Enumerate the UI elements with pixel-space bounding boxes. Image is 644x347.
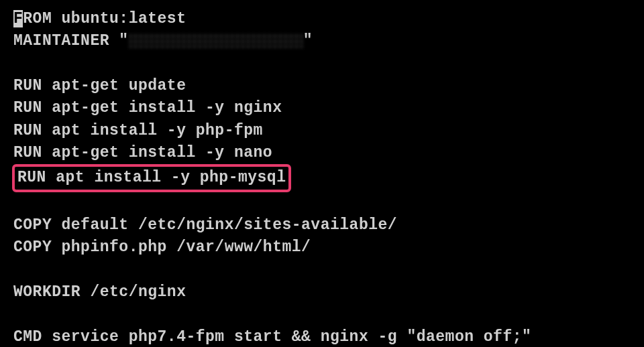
- blank-line: [13, 192, 631, 214]
- dockerfile-line-copy-phpinfo: COPY phpinfo.php /var/www/html/: [13, 236, 631, 259]
- dockerfile-line-run-phpmysql: RUN apt install -y php-mysql: [17, 169, 286, 186]
- redacted-email: [129, 33, 303, 48]
- dockerfile-line-from: FROM ubuntu:latest: [13, 8, 631, 30]
- dockerfile-line-maintainer: MAINTAINER "": [13, 30, 631, 52]
- cursor: F: [13, 10, 23, 27]
- highlight-box: RUN apt install -y php-mysql: [12, 164, 291, 192]
- line-text-pre: MAINTAINER ": [13, 32, 129, 50]
- line-text: ROM ubuntu:latest: [23, 10, 186, 27]
- blank-line: [13, 303, 631, 326]
- dockerfile-line-workdir: WORKDIR /etc/nginx: [13, 281, 631, 303]
- dockerfile-line-run-nano: RUN apt-get install -y nano: [13, 142, 631, 164]
- dockerfile-line-highlight-wrapper: RUN apt install -y php-mysql: [13, 164, 631, 192]
- blank-line: [13, 53, 631, 75]
- dockerfile-line-run-update: RUN apt-get update: [13, 75, 631, 97]
- dockerfile-line-run-phpfpm: RUN apt install -y php-fpm: [13, 120, 631, 142]
- dockerfile-line-cmd: CMD service php7.4-fpm start && nginx -g…: [13, 326, 631, 347]
- dockerfile-line-copy-default: COPY default /etc/nginx/sites-available/: [13, 214, 631, 236]
- dockerfile-line-run-nginx: RUN apt-get install -y nginx: [13, 97, 631, 119]
- line-text-post: ": [303, 32, 313, 50]
- blank-line: [13, 259, 631, 281]
